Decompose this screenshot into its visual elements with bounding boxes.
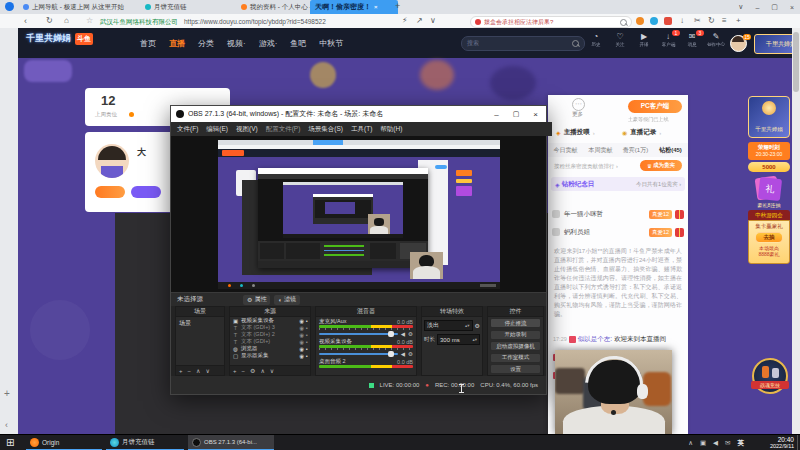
host-avatar[interactable] — [95, 144, 129, 178]
search-hotword[interactable]: 媒盒会承担相应法律后果? — [484, 18, 617, 27]
tray-volume-icon[interactable]: ◀ — [713, 439, 718, 447]
visibility-eye-icon[interactable]: ◉ — [299, 346, 304, 352]
obs-title-bar[interactable]: OBS 27.1.3 (64-bit, windows) - 配置文件: 未命名… — [171, 106, 546, 122]
volume-slider[interactable] — [319, 353, 398, 355]
nav-follow[interactable]: ♡ 关注 — [608, 32, 632, 47]
taskbar-app-browser[interactable]: 月饼充值链 — [106, 435, 184, 450]
lock-icon[interactable]: ▪ — [306, 318, 308, 324]
remove-scene-icon[interactable]: − — [188, 368, 192, 374]
browser-tab-4-active[interactable]: 天啊！偷亲密度！ × — [310, 0, 398, 14]
nav-item-midautumn[interactable]: 中秋节 — [319, 38, 343, 49]
pc-client-button[interactable]: PC客户端 — [628, 100, 682, 113]
nav-creator-center[interactable]: ✎ 创作中心 — [704, 32, 728, 47]
volume-slider-handle[interactable] — [388, 351, 394, 357]
taskbar-app-obs[interactable]: OBS 27.1.3 (64-bi... — [188, 435, 274, 450]
quick-share-icon[interactable]: ↗ — [416, 14, 423, 28]
nav-item-home[interactable]: 首页 — [140, 38, 156, 49]
become-vip-button[interactable]: ♛ 成为贵宾 — [640, 160, 682, 171]
volume-slider[interactable] — [319, 333, 398, 335]
settings-button[interactable]: 设置 — [490, 364, 541, 374]
browser-logo-icon[interactable] — [5, 2, 14, 11]
rank-tab-week[interactable]: 本周贡献 — [583, 146, 618, 155]
spinner-icon[interactable]: ▴▾ — [472, 337, 477, 342]
scrollbar-thumb[interactable] — [793, 32, 799, 92]
visibility-eye-icon[interactable]: ◉ — [299, 353, 304, 359]
nav-item-video[interactable]: 视频· — [227, 38, 246, 49]
home-icon[interactable]: ⌂ — [64, 14, 69, 28]
menu-profile[interactable]: 配置文件(P) — [266, 125, 301, 134]
bookmark-star-icon[interactable]: ☆ — [86, 14, 93, 28]
add-source-icon[interactable]: + — [233, 368, 237, 374]
nav-client[interactable]: ↓ 客户端 1 — [656, 32, 680, 47]
obs-maximize-button[interactable]: ▢ — [513, 110, 520, 118]
source-item[interactable]: T 文本 (GDI+) ◉ ▪ — [230, 338, 310, 345]
properties-button[interactable]: ⚙ 属性 — [243, 295, 270, 305]
scene-down-icon[interactable]: ∨ — [205, 367, 209, 374]
extension-icon[interactable] — [664, 17, 672, 25]
gift-banner-row[interactable]: 蚂利员姐 真爱12 — [552, 225, 684, 239]
rank-tab-diamond[interactable]: 钻粉(45) — [653, 146, 688, 155]
lock-icon[interactable]: ▪ — [306, 353, 308, 359]
tray-expand-icon[interactable]: ∧ — [688, 439, 693, 447]
event-time-banner[interactable]: 荣耀时刻 20:30-23:00 — [748, 142, 790, 160]
gift-banner-row[interactable]: 年一猫小咪哲 真爱12 — [552, 207, 684, 221]
menu-scene-collection[interactable]: 场景集合(S) — [308, 125, 343, 134]
visibility-eye-icon[interactable]: ◉ — [299, 325, 304, 331]
input-language-indicator[interactable]: 英 — [738, 439, 745, 448]
source-item[interactable]: T 文本 (GDI+) 2 ◉ ▪ — [230, 331, 310, 338]
remove-source-icon[interactable]: − — [242, 368, 246, 374]
douyu-event-logo[interactable]: 千里共婵娟 — [26, 32, 71, 45]
browser-tab-1[interactable]: 上网导航 - 极速上网 从这里开始 — [18, 0, 146, 14]
tab-live-record[interactable]: ◉ 直播记录 › — [622, 128, 661, 137]
tray-message-icon[interactable]: ✉ — [725, 439, 730, 447]
visibility-eye-icon[interactable]: ◉ — [299, 332, 304, 338]
browser-skin-icon[interactable]: ∨ — [738, 3, 743, 11]
host-action-button[interactable] — [95, 186, 125, 198]
scenes-dock-title[interactable]: 场景 — [176, 307, 224, 317]
obs-minimize-button[interactable]: – — [494, 110, 498, 119]
window-minimize-button[interactable]: – — [755, 4, 759, 11]
nav-messages[interactable]: ✉ 消息 3 — [680, 32, 704, 47]
nav-item-live[interactable]: 直播 — [169, 38, 185, 49]
browser-tab-3[interactable]: 我的资料 - 个人中心 - 斗鱼 — [236, 0, 316, 14]
nav-item-yuba[interactable]: 鱼吧 — [290, 38, 306, 49]
lock-icon[interactable]: ▪ — [306, 332, 308, 338]
source-item[interactable]: ◍ 浏览器 ◉ ▪ — [230, 345, 310, 352]
search-icon[interactable] — [572, 40, 579, 47]
menu-tools[interactable]: 工具(T) — [351, 125, 372, 134]
pagoda-emblem-widget[interactable]: 千里共婵娟 — [748, 96, 790, 138]
transition-gear-icon[interactable]: ⚙ — [475, 322, 480, 329]
window-maximize-button[interactable]: ▢ — [771, 3, 778, 11]
channel-gear-icon[interactable]: ⚙ — [408, 331, 413, 337]
menu-icon[interactable]: ≡ — [722, 14, 727, 28]
back-icon[interactable]: ‹ — [24, 14, 27, 28]
sources-dock-title[interactable]: 来源 — [230, 307, 310, 317]
taskbar-app-origin[interactable]: Origin — [26, 435, 102, 450]
quick-flash-icon[interactable]: ⚡ — [402, 14, 408, 28]
sidebar-add-icon[interactable]: + — [4, 388, 10, 399]
more-icon[interactable]: ⋯ — [572, 98, 585, 111]
window-close-button[interactable]: × — [790, 4, 794, 11]
tab-host-feed[interactable]: ◈ 主播投喂 › — [556, 128, 595, 137]
menu-edit[interactable]: 编辑(E) — [206, 125, 228, 134]
nav-history[interactable]: ◔ 历史 — [584, 32, 608, 47]
restore-icon[interactable]: ↻ — [708, 14, 715, 28]
source-down-icon[interactable]: ∨ — [270, 367, 274, 374]
add-icon[interactable]: + — [736, 14, 741, 28]
menu-help[interactable]: 帮助(H) — [380, 125, 402, 134]
speaker-icon[interactable]: ◀ — [401, 331, 405, 337]
start-recording-button[interactable]: 开始录制 — [490, 330, 541, 340]
obs-close-button[interactable]: × — [533, 110, 538, 119]
douyu-search-box[interactable]: 搜索 — [461, 36, 585, 51]
tray-app-icon[interactable]: ▣ — [700, 439, 706, 447]
transition-select[interactable]: 淡出 ▴▾ — [424, 320, 473, 331]
controls-dock-title[interactable]: 控件 — [488, 307, 543, 317]
chat-user[interactable]: 似以是个左: — [578, 335, 612, 344]
filters-button[interactable]: ◐ 滤镜 — [274, 295, 300, 305]
transitions-dock-title[interactable]: 转场特效 — [422, 307, 482, 317]
nav-broadcast[interactable]: ▶ 开播 — [632, 32, 656, 47]
draw-button[interactable]: 去抽 — [755, 232, 783, 243]
browser-tab-2[interactable]: 月饼充值链 — [140, 0, 242, 14]
duration-input[interactable]: 300 ms ▴▾ — [437, 334, 480, 345]
extension-icon[interactable] — [650, 17, 658, 25]
